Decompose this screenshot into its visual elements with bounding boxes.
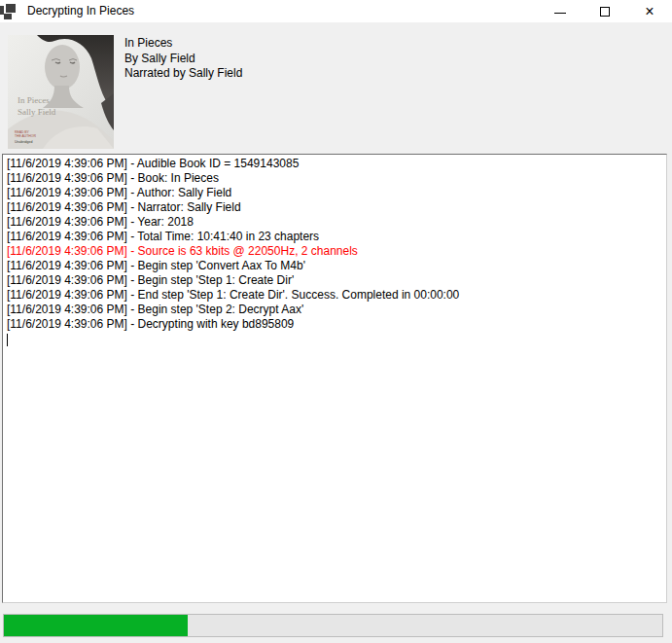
log-line-text: [11/6/2019 4:39:06 PM] - End step 'Step …: [7, 288, 459, 302]
log-line-text: [11/6/2019 4:39:06 PM] - Begin step 'Con…: [7, 259, 305, 272]
log-line: [11/6/2019 4:39:06 PM] - Decrypting with…: [7, 317, 662, 332]
log-line-text: [11/6/2019 4:39:06 PM] - Narrator: Sally…: [7, 200, 241, 214]
log-line: [11/6/2019 4:39:06 PM] - Narrator: Sally…: [7, 200, 662, 215]
log-line: [11/6/2019 4:39:06 PM] - End step 'Step …: [7, 288, 662, 303]
app-icon: [0, 3, 17, 18]
close-button[interactable]: ×: [627, 0, 672, 22]
minimize-icon: [554, 13, 566, 14]
close-icon: ×: [645, 4, 654, 19]
window-title: Decrypting In Pieces: [27, 4, 134, 18]
book-title: In Pieces: [124, 36, 242, 52]
log-line: [11/6/2019 4:39:06 PM] - Year: 2018: [7, 215, 662, 230]
svg-text:Unabridged: Unabridged: [15, 140, 33, 144]
log-line: [11/6/2019 4:39:06 PM] - Begin step 'Ste…: [7, 303, 662, 317]
log-line: [11/6/2019 4:39:06 PM] - Source is 63 kb…: [7, 244, 662, 259]
log-line-text: [11/6/2019 4:39:06 PM] - Total Time: 10:…: [7, 230, 319, 243]
log-line: [11/6/2019 4:39:06 PM] - Author: Sally F…: [7, 186, 662, 200]
book-cover-image: In Pieces Sally Field READ BY THE AUTHOR…: [8, 35, 114, 149]
svg-text:In Pieces: In Pieces: [18, 95, 50, 105]
log-line-text: [11/6/2019 4:39:06 PM] - Begin step 'Ste…: [7, 303, 303, 316]
book-author: By Sally Field: [124, 52, 242, 67]
log-line-text: [11/6/2019 4:39:06 PM] - Audible Book ID…: [7, 157, 299, 170]
log-line-text: [11/6/2019 4:39:06 PM] - Year: 2018: [7, 215, 194, 229]
app-window: Decrypting In Pieces ×: [0, 0, 672, 643]
text-caret: [7, 334, 8, 346]
log-line-text: [11/6/2019 4:39:06 PM] - Book: In Pieces: [7, 171, 219, 185]
log-output[interactable]: [11/6/2019 4:39:06 PM] - Audible Book ID…: [2, 154, 667, 603]
log-line: [11/6/2019 4:39:06 PM] - Book: In Pieces: [7, 171, 662, 186]
log-line-text: [11/6/2019 4:39:06 PM] - Author: Sally F…: [7, 186, 231, 199]
book-narrator: Narrated by Sally Field: [124, 66, 242, 82]
log-line: [11/6/2019 4:39:06 PM] - Begin step 'Con…: [7, 259, 662, 273]
log-line-text: [11/6/2019 4:39:06 PM] - Source is 63 kb…: [7, 244, 358, 258]
maximize-button[interactable]: [583, 0, 627, 22]
title-bar[interactable]: Decrypting In Pieces ×: [0, 0, 672, 22]
log-line: [11/6/2019 4:39:06 PM] - Begin step 'Ste…: [7, 273, 662, 288]
log-line: [11/6/2019 4:39:06 PM] - Audible Book ID…: [7, 157, 662, 171]
progress-bar: [3, 614, 663, 637]
window-controls: ×: [538, 0, 672, 22]
log-line-text: [11/6/2019 4:39:06 PM] - Decrypting with…: [7, 317, 294, 331]
log-line-text: [11/6/2019 4:39:06 PM] - Begin step 'Ste…: [7, 273, 294, 287]
svg-text:Sally Field: Sally Field: [18, 107, 56, 117]
book-info: In Pieces By Sally Field Narrated by Sal…: [124, 36, 242, 82]
svg-text:THE AUTHOR: THE AUTHOR: [15, 134, 36, 138]
minimize-button[interactable]: [538, 0, 583, 22]
maximize-icon: [600, 7, 610, 17]
progress-fill: [4, 615, 188, 636]
log-line: [11/6/2019 4:39:06 PM] - Total Time: 10:…: [7, 230, 662, 244]
